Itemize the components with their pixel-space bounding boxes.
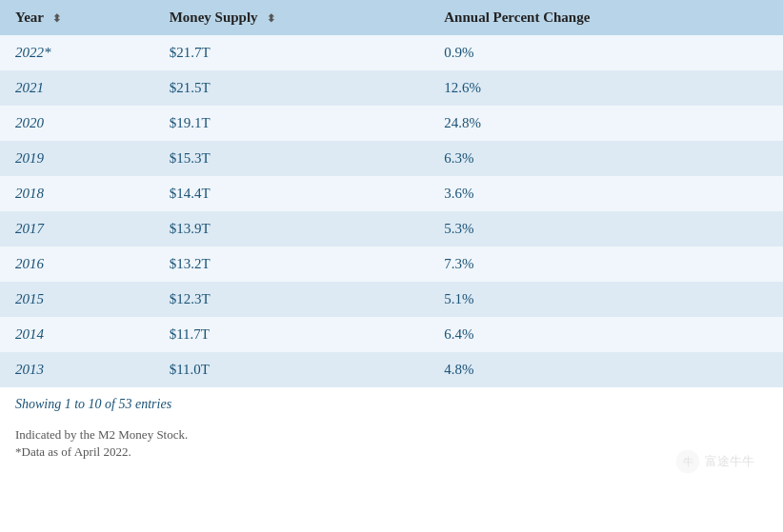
table-row: 2019$15.3T6.3%: [0, 141, 783, 176]
sort-icon-year: ⬍: [52, 12, 61, 25]
cell-year: 2021: [0, 70, 154, 106]
cell-annual-change: 12.6%: [429, 70, 783, 106]
table-footer: Showing 1 to 10 of 53 entries: [0, 387, 783, 416]
cell-annual-change: 0.9%: [429, 35, 783, 70]
cell-annual-change: 4.8%: [429, 352, 783, 387]
table-row: 2017$13.9T5.3%: [0, 211, 783, 246]
cell-money-supply: $15.3T: [154, 141, 430, 176]
cell-year: 2015: [0, 282, 154, 317]
cell-money-supply: $14.4T: [154, 176, 430, 211]
cell-annual-change: 6.3%: [429, 141, 783, 176]
sort-icon-money-supply: ⬍: [267, 12, 275, 25]
cell-year: 2017: [0, 211, 154, 246]
svg-text:牛: 牛: [683, 456, 693, 467]
table-row: 2022*$21.7T0.9%: [0, 35, 783, 70]
cell-money-supply: $12.3T: [154, 282, 430, 317]
col-header-annual-change: Annual Percent Change: [429, 0, 783, 35]
cell-money-supply: $13.2T: [154, 246, 430, 282]
table-row: 2016$13.2T7.3%: [0, 246, 783, 282]
cell-annual-change: 3.6%: [429, 176, 783, 211]
cell-money-supply: $11.0T: [154, 352, 430, 387]
cell-annual-change: 24.8%: [429, 106, 783, 141]
table-row: 2013$11.0T4.8%: [0, 352, 783, 387]
cell-money-supply: $21.5T: [154, 70, 430, 106]
table-header-row: Year ⬍ Money Supply ⬍ Annual Percent Cha…: [0, 0, 783, 35]
cell-money-supply: $13.9T: [154, 211, 430, 246]
cell-year: 2018: [0, 176, 154, 211]
col-header-year[interactable]: Year ⬍: [0, 0, 154, 35]
table-row: 2014$11.7T6.4%: [0, 317, 783, 352]
cell-year: 2013: [0, 352, 154, 387]
cell-year: 2016: [0, 246, 154, 282]
cell-year: 2014: [0, 317, 154, 352]
watermark-icon: 牛: [674, 448, 701, 475]
table-row: 2018$14.4T3.6%: [0, 176, 783, 211]
page-wrapper: Year ⬍ Money Supply ⬍ Annual Percent Cha…: [0, 0, 783, 532]
money-supply-table: Year ⬍ Money Supply ⬍ Annual Percent Cha…: [0, 0, 783, 387]
footnote-line2: *Data as of April 2022.: [15, 444, 768, 460]
watermark: 牛 富途牛牛: [674, 448, 754, 475]
table-row: 2021$21.5T12.6%: [0, 70, 783, 106]
table-row: 2015$12.3T5.1%: [0, 282, 783, 317]
cell-money-supply: $11.7T: [154, 317, 430, 352]
table-row: 2020$19.1T24.8%: [0, 106, 783, 141]
cell-money-supply: $19.1T: [154, 106, 430, 141]
footnotes: Indicated by the M2 Money Stock. *Data a…: [0, 416, 783, 465]
cell-year: 2019: [0, 141, 154, 176]
col-header-money-supply[interactable]: Money Supply ⬍: [154, 0, 430, 35]
cell-money-supply: $21.7T: [154, 35, 430, 70]
cell-annual-change: 5.3%: [429, 211, 783, 246]
cell-year: 2022*: [0, 35, 154, 70]
cell-year: 2020: [0, 106, 154, 141]
cell-annual-change: 6.4%: [429, 317, 783, 352]
cell-annual-change: 5.1%: [429, 282, 783, 317]
cell-annual-change: 7.3%: [429, 246, 783, 282]
table-container: Year ⬍ Money Supply ⬍ Annual Percent Cha…: [0, 0, 783, 387]
entries-count: Showing 1 to 10 of 53 entries: [15, 397, 171, 411]
footnote-line1: Indicated by the M2 Money Stock.: [15, 427, 768, 443]
